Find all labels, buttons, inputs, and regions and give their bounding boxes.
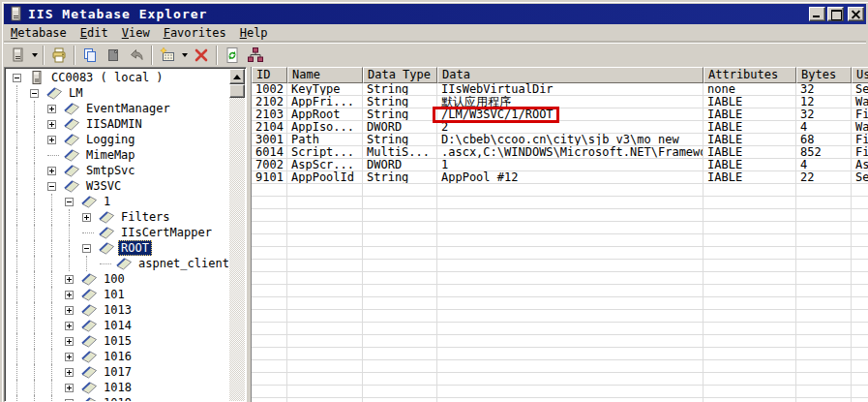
grid-empty-row: [252, 297, 868, 310]
grid-cell: IABLE: [703, 96, 796, 108]
tree-item-1016[interactable]: 1016: [7, 349, 228, 364]
expand-plus-icon[interactable]: [65, 275, 74, 284]
expand-plus-icon[interactable]: [65, 337, 74, 346]
expand-plus-icon[interactable]: [47, 167, 56, 175]
column-header-id[interactable]: ID: [252, 67, 287, 83]
tree-item-eventmanager[interactable]: EventManager: [7, 101, 228, 116]
scrollbar-thumb[interactable]: [229, 84, 245, 98]
undo-button[interactable]: [125, 45, 148, 67]
expand-plus-icon[interactable]: [47, 136, 56, 144]
new-key-dropdown-arrow[interactable]: [179, 45, 190, 67]
tree-item-1018[interactable]: 1018: [7, 380, 228, 395]
scroll-up-button[interactable]: [229, 69, 245, 84]
expand-plus-icon[interactable]: [65, 353, 74, 361]
expand-plus-icon[interactable]: [65, 322, 74, 330]
grid-empty-cell: [852, 234, 868, 247]
expand-plus-icon[interactable]: [65, 399, 74, 402]
tree-item-w3svc[interactable]: W3SVC: [7, 178, 228, 194]
grid-cell: 3001: [252, 134, 287, 146]
grid-row-9101[interactable]: 9101AppPoolIdStringAppPool #12IABLE22Se: [252, 171, 868, 184]
refresh-button[interactable]: [221, 45, 244, 67]
menu-item-view[interactable]: View: [115, 24, 157, 43]
tree-view-button[interactable]: [244, 45, 267, 67]
collapse-minus-icon[interactable]: [30, 89, 39, 98]
expand-plus-icon[interactable]: [47, 105, 56, 113]
tree-item-101[interactable]: 101: [7, 287, 228, 302]
grid-cell: /LM/W3SVC/1/ROOT: [437, 108, 703, 121]
expand-plus-icon[interactable]: [65, 384, 74, 392]
tree-item-1[interactable]: 1: [7, 194, 228, 209]
tree-item-1015[interactable]: 1015: [7, 333, 228, 349]
expand-plus-icon[interactable]: [65, 368, 74, 377]
menu-item-help[interactable]: Help: [233, 24, 275, 43]
grid-row-3001[interactable]: 3001PathStringD:\cbeb\ccoo.cn\city\sjb_v…: [252, 134, 868, 146]
collapse-minus-icon[interactable]: [47, 182, 56, 191]
minimize-button[interactable]: [809, 7, 825, 21]
grid-row-6014[interactable]: 6014Script...MultiS....ascx,C:\WINDOWS\M…: [252, 146, 868, 159]
tree-item-cc0083-local[interactable]: CC0083 ( local ): [7, 70, 228, 85]
collapse-minus-icon[interactable]: [65, 198, 74, 206]
tree-item-smtpsvc[interactable]: SmtpSvc: [7, 163, 228, 178]
tree-item-logging[interactable]: Logging: [7, 132, 228, 147]
tree-item-1019[interactable]: 1019: [7, 395, 228, 401]
tree-item-1013[interactable]: 1013: [7, 302, 228, 318]
connect-server-dropdown-arrow[interactable]: [29, 45, 40, 67]
print-button[interactable]: [47, 45, 71, 67]
column-header-data-type[interactable]: Data Type: [363, 67, 437, 83]
grid-cell: 12: [796, 96, 852, 108]
grid-cell: 2104: [252, 121, 287, 134]
tree-indent-guide: [13, 380, 30, 395]
column-header-us[interactable]: Us: [852, 67, 868, 83]
tree-item-label: Filters: [118, 210, 173, 224]
menu-item-edit[interactable]: Edit: [74, 24, 115, 43]
grid-empty-row: [252, 323, 868, 335]
grid-row-2102[interactable]: 2102AppFri...String默认应用程序IABLE12Wa: [252, 96, 868, 108]
tree-indent-guide: [47, 380, 65, 395]
grid-cell: AppFri...: [287, 96, 363, 108]
grid-empty-cell: [796, 272, 852, 285]
tree-item-filters[interactable]: Filters: [7, 209, 228, 225]
tree-item-1014[interactable]: 1014: [7, 318, 228, 333]
grid-empty-cell: [852, 197, 868, 209]
tree-item-iisadmin[interactable]: IISADMIN: [7, 116, 228, 132]
tree-scrollbar[interactable]: [229, 69, 245, 401]
expand-plus-icon[interactable]: [82, 213, 91, 222]
expand-plus-icon[interactable]: [65, 291, 74, 299]
metabase-key-icon: [46, 86, 63, 100]
grid-empty-cell: [437, 285, 703, 297]
column-header-bytes[interactable]: Bytes: [796, 67, 852, 83]
expand-plus-icon[interactable]: [47, 120, 56, 129]
tree-item-1017[interactable]: 1017: [7, 364, 228, 380]
tree-item-100[interactable]: 100: [7, 271, 228, 287]
tree-item-root[interactable]: ROOT: [7, 240, 228, 256]
grid-row-2103[interactable]: 2103AppRootString/LM/W3SVC/1/ROOTIABLE32…: [252, 108, 868, 121]
menu-item-metabase[interactable]: Metabase: [4, 24, 74, 43]
tree-item-aspnet-client[interactable]: aspnet_client: [7, 256, 228, 271]
grid-row-7002[interactable]: 7002AspScr...DWORD1IABLE4As: [252, 159, 868, 171]
copy-button[interactable]: [78, 45, 102, 67]
connect-server-button[interactable]: [6, 45, 29, 67]
collapse-minus-icon[interactable]: [82, 244, 91, 253]
expand-plus-icon[interactable]: [65, 306, 74, 315]
tree-indent-guide: [13, 256, 30, 271]
column-header-attributes[interactable]: Attributes: [703, 67, 796, 83]
column-header-data[interactable]: Data: [437, 67, 703, 83]
column-header-name[interactable]: Name: [287, 67, 363, 83]
metabase-key-icon: [81, 319, 98, 332]
delete-button[interactable]: [190, 45, 213, 67]
tree-indent-guide: [30, 271, 47, 287]
paste-button[interactable]: [102, 45, 125, 67]
tree-item-mimemap[interactable]: MimeMap: [7, 147, 228, 163]
menu-item-favorites[interactable]: Favorites: [157, 24, 233, 43]
tree-item-lm[interactable]: LM: [7, 85, 228, 101]
tree-expander-slot: [47, 116, 64, 132]
grid-empty-cell: [796, 398, 852, 402]
close-button[interactable]: [848, 7, 864, 21]
grid-row-1002[interactable]: 1002KeyTypeStringIIsWebVirtualDirnone32S…: [252, 83, 868, 96]
maximize-button[interactable]: [827, 7, 844, 21]
tree-item-iiscertmapper[interactable]: IIsCertMapper: [7, 225, 228, 240]
collapse-minus-icon[interactable]: [13, 74, 21, 82]
copy-icon: [81, 46, 99, 64]
grid-row-2104[interactable]: 2104AppIso...DWORD2IABLE4Wa: [252, 121, 868, 134]
new-key-button[interactable]: [156, 45, 179, 67]
